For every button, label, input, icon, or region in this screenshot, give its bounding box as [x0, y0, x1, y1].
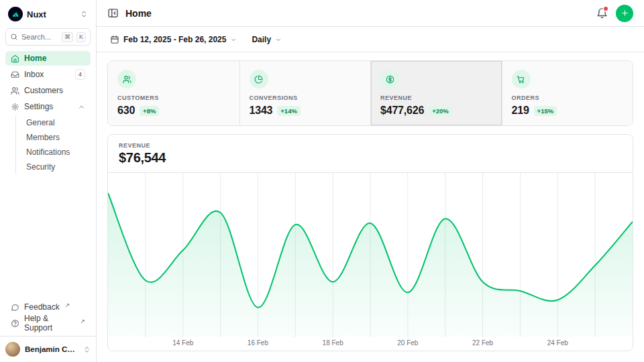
circle-dollar-icon [380, 70, 399, 88]
stat-delta-badge: +8% [140, 106, 159, 116]
sidebar-item-general[interactable]: General [16, 115, 91, 130]
chart-metric-label: REVENUE [119, 142, 622, 149]
chart-pie-icon [250, 70, 268, 88]
sidebar-item-security[interactable]: Security [16, 160, 91, 174]
revenue-chart [108, 173, 633, 337]
panel-left-icon [107, 7, 119, 19]
calendar-icon [110, 35, 119, 44]
sidebar: Nuxt Search... ⌘ K Home Inbox 4 [0, 0, 97, 362]
page-title: Home [125, 8, 152, 19]
help-circle-icon [11, 319, 19, 328]
home-icon [11, 54, 19, 63]
granularity-select[interactable]: Daily [246, 32, 287, 48]
sidebar-item-members[interactable]: Members [16, 130, 91, 145]
x-axis-label: 24 Feb [547, 339, 568, 347]
x-axis: 14 Feb16 Feb18 Feb20 Feb22 Feb24 Feb [108, 337, 633, 351]
page-header: Home [97, 0, 644, 27]
user-name: Benjamin Canac [25, 345, 78, 353]
users-icon [117, 70, 136, 88]
x-axis-label: 14 Feb [172, 339, 193, 347]
stats-row: CUSTOMERS 630 +8% CONVERSIONS 1343 +14% [107, 60, 633, 126]
stat-orders[interactable]: ORDERS 219 +15% [502, 61, 633, 125]
shopping-cart-icon [512, 70, 531, 88]
x-axis-label: 22 Feb [472, 339, 493, 347]
search-input[interactable]: Search... ⌘ K [5, 28, 91, 46]
sidebar-item-label: Customers [24, 86, 63, 95]
chart-header: REVENUE $76,544 [108, 135, 633, 173]
x-axis-label: 18 Feb [323, 339, 343, 347]
sidebar-item-settings[interactable]: Settings [5, 99, 91, 114]
stat-label: ORDERS [512, 95, 624, 101]
stat-delta-badge: +15% [534, 106, 557, 116]
stat-conversions[interactable]: CONVERSIONS 1343 +14% [239, 61, 371, 125]
sidebar-item-home[interactable]: Home [5, 51, 91, 66]
sidebar-item-customers[interactable]: Customers [5, 83, 91, 98]
sidebar-item-notifications[interactable]: Notifications [16, 145, 91, 160]
sidebar-footer-links: Feedback ↗ Help & Support ↗ [0, 300, 96, 336]
stat-value: 219 [512, 105, 529, 117]
stat-delta-badge: +20% [429, 106, 452, 116]
gear-icon [11, 103, 19, 111]
stat-customers[interactable]: CUSTOMERS 630 +8% [108, 61, 239, 125]
help-support-link[interactable]: Help & Support ↗ [5, 316, 91, 330]
stat-value: 630 [117, 105, 135, 117]
search-icon [10, 33, 18, 41]
chevron-up-down-icon [80, 10, 88, 18]
sidebar-item-label: Home [24, 54, 46, 63]
inbox-count-badge: 4 [75, 69, 85, 80]
user-menu[interactable]: Benjamin Canac [0, 336, 96, 362]
date-range-picker[interactable]: Feb 12, 2025 - Feb 26, 2025 [105, 32, 242, 48]
main-area: Home Feb 12, 2025 - Feb 26, 2025 [97, 0, 644, 362]
stat-label: CUSTOMERS [117, 95, 230, 101]
filters-toolbar: Feb 12, 2025 - Feb 26, 2025 Daily [97, 27, 644, 52]
chevron-down-icon [230, 36, 237, 43]
chart-plot-area [108, 173, 633, 337]
stat-value: $477,626 [380, 105, 424, 117]
search-placeholder: Search... [21, 33, 58, 41]
kbd-cmd: ⌘ [62, 32, 73, 42]
feedback-link[interactable]: Feedback ↗ [5, 300, 91, 314]
plus-icon [621, 9, 629, 17]
stat-label: CONVERSIONS [250, 95, 362, 101]
chevron-up-icon [78, 103, 85, 111]
help-support-label: Help & Support [24, 314, 74, 333]
x-axis-label: 16 Feb [248, 339, 268, 347]
stat-revenue[interactable]: REVENUE $477,626 +20% [370, 61, 502, 125]
users-icon [11, 86, 19, 95]
add-button[interactable] [616, 5, 633, 22]
sidebar-item-inbox[interactable]: Inbox 4 [5, 67, 91, 82]
chevron-up-down-icon [83, 346, 91, 353]
settings-submenu: General Members Notifications Security [15, 115, 91, 174]
revenue-chart-card: REVENUE $76,544 14 Feb16 Feb18 Feb20 [107, 134, 633, 351]
chart-metric-value: $76,544 [119, 150, 622, 166]
nuxt-logo-icon [8, 7, 23, 21]
notifications-button[interactable] [596, 7, 608, 19]
dashboard-content: CUSTOMERS 630 +8% CONVERSIONS 1343 +14% [97, 52, 644, 362]
external-link-icon: ↗ [65, 302, 70, 308]
external-link-icon: ↗ [80, 318, 85, 324]
stat-delta-badge: +14% [277, 106, 301, 116]
notification-dot [604, 7, 608, 11]
granularity-value: Daily [252, 35, 271, 44]
stat-value: 1343 [250, 105, 273, 117]
sidebar-nav: Home Inbox 4 Customers Settings Ge [0, 51, 96, 176]
sidebar-item-label: Settings [24, 102, 53, 111]
kbd-k: K [76, 32, 86, 42]
workspace-name: Nuxt [27, 9, 46, 19]
workspace-switcher[interactable]: Nuxt [5, 5, 91, 23]
stat-label: REVENUE [380, 95, 492, 101]
sidebar-spacer [0, 176, 96, 300]
avatar [5, 342, 20, 357]
message-circle-icon [11, 303, 19, 312]
date-range-value: Feb 12, 2025 - Feb 26, 2025 [123, 35, 226, 44]
sidebar-toggle-button[interactable] [107, 7, 119, 19]
inbox-icon [11, 70, 19, 79]
x-axis-label: 20 Feb [397, 339, 418, 347]
feedback-label: Feedback [24, 302, 60, 312]
sidebar-item-label: Inbox [24, 70, 44, 79]
header-actions [596, 5, 633, 22]
chevron-down-icon [275, 36, 282, 43]
